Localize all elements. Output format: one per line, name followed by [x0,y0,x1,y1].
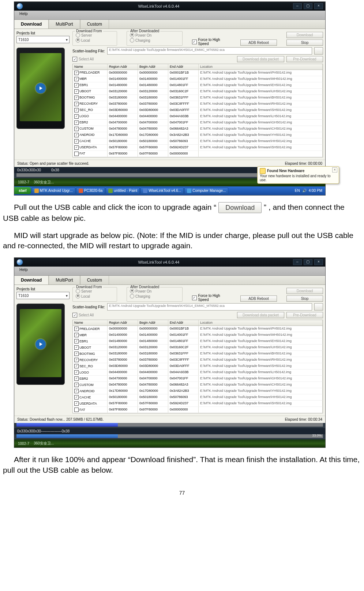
table-row[interactable]: FAT0x97F800000x97F800000x00000000 [73,151,323,157]
scatter-path-input[interactable]: E:\MTK Android Upgrade Tool\Upgrade firm… [107,47,312,55]
force-high-speed-check[interactable]: ✓Force to High Speed [192,294,231,302]
balloon-close-icon[interactable]: × [332,167,337,172]
adb-reboot-button[interactable]: ADB Reboot [240,40,277,46]
radio-local[interactable]: Local [76,294,90,298]
table-row[interactable]: ✓CUSTOM0x047800000x047800000x066482A3E:\… [73,126,323,132]
project-select[interactable]: T1610 ▾ [16,292,70,299]
volume-icon[interactable]: 🔊 [302,189,307,193]
table-row[interactable]: ✓PRELOADER0x000000000x000000000x0001BF1B… [73,326,323,332]
radio-poweron[interactable]: Power On [130,289,151,293]
row-check[interactable]: ✓ [74,133,79,137]
stop-button[interactable]: Stop [286,40,323,46]
table-row[interactable]: ✓LOGO0x044000000x044000000x044A933BE:\MT… [73,114,323,120]
pre-download-button[interactable]: Pre-Download [286,312,323,318]
adb-reboot-button[interactable]: ADB Reboot [240,296,277,302]
row-check[interactable]: ✓ [74,77,79,81]
row-check[interactable]: ✓ [74,345,79,350]
radio-charging[interactable]: Charging [130,294,150,298]
row-check[interactable]: ✓ [74,327,79,331]
table-row[interactable]: ✓MBR0x014000000x014000000x014001FFE:\MTK… [73,76,323,82]
table-row[interactable]: ✓RECOVERY0x037800000x037800000x03C8FFFFE… [73,357,323,363]
row-check[interactable]: ✓ [74,71,79,75]
window-controls[interactable]: – ▢ × [292,3,323,9]
taskbar[interactable]: start MTK Android Upgr... PC3020-6a unti… [14,186,325,195]
radio-charging[interactable]: Charging [130,38,150,42]
radio-server[interactable]: Server [76,33,92,37]
select-all-check[interactable]: ✓Select All [72,57,94,62]
table-row[interactable]: ✓LOGO0x044000000x044000000x044A933BE:\MT… [73,369,323,376]
force-high-speed-check[interactable]: ✓Force to High Speed [192,38,231,46]
row-check[interactable]: ✓ [74,401,79,406]
window-controls[interactable]: – ▢ × [292,259,323,265]
radio-server[interactable]: Server [76,289,92,293]
table-row[interactable]: ✓EBR20x047000000x047000000x047001FFE:\MT… [73,376,323,382]
menu-help[interactable]: Help [19,11,28,16]
minimize-icon[interactable]: – [293,259,302,265]
browse-button[interactable]: ... [314,47,323,55]
row-check[interactable]: ✓ [74,145,79,150]
menu-bar[interactable]: Help [14,267,325,276]
row-check[interactable]: ✓ [74,89,79,94]
title-bar[interactable]: WlseLinkTool v4.6.0.44 – ▢ × [14,258,325,267]
tab-multiport[interactable]: MultiPort [49,276,80,285]
row-check[interactable]: ✓ [74,376,79,381]
title-bar[interactable]: WlseLinkTool v4.6.0.44 – ▢ × [14,2,325,11]
close-icon[interactable]: × [314,259,323,265]
table-row[interactable]: ✓EBR10x014800000x014800000x014801FFE:\MT… [73,82,323,89]
maximize-icon[interactable]: ▢ [304,3,312,9]
table-row[interactable]: ✓CACHE0x501800000x501800000x50786093E:\M… [73,394,323,401]
pre-download-button[interactable]: Pre-Download [286,56,323,62]
task-compmgr[interactable]: Computer Manage... [184,187,228,194]
row-check[interactable]: ✓ [74,102,79,106]
row-check[interactable]: ✓ [74,339,79,343]
row-check[interactable]: ✓ [74,96,79,100]
scatter-path-input[interactable]: E:\MTK Android Upgrade Tool\Upgrade firm… [107,303,312,311]
table-row[interactable]: ✓BOOTIMG0x031800000x031800000x03631FFFE:… [73,351,323,357]
task-paint[interactable]: untitled - Paint [106,187,140,194]
task-pc[interactable]: PC3020-6a [76,187,105,194]
task-tool[interactable]: WlseLinkTool v4.6... [140,187,184,194]
row-check[interactable]: ✓ [74,114,79,119]
row-check[interactable]: ✓ [74,139,79,144]
download-data-packet-button[interactable]: Download data packet [237,312,284,318]
found-hardware-balloon[interactable]: × Found New Hardware Your new hardware i… [257,166,339,184]
row-check[interactable]: ✓ [74,389,79,393]
row-check[interactable]: ✓ [74,333,79,337]
start-button[interactable]: start [14,187,31,194]
radio-poweron[interactable]: Power On [130,33,151,37]
table-row[interactable]: ✓CUSTOM0x047800000x047800000x066482A3E:\… [73,382,323,388]
table-row[interactable]: ✓EBR20x047000000x047000000x047001FFE:\MT… [73,120,323,126]
project-select[interactable]: T1610 ▾ [16,36,70,43]
row-check[interactable]: ✓ [74,383,79,387]
system-tray[interactable]: EN 🔊 4:00 PM [293,189,324,193]
row-check[interactable]: ✓ [74,395,79,399]
table-row[interactable]: ✓UBOOT0x031200000x031200000x03160C2FE:\M… [73,89,323,95]
tab-custom[interactable]: Custom [80,20,109,29]
row-check[interactable]: ✓ [74,370,79,375]
row-check[interactable]: ✓ [74,364,79,368]
row-check[interactable]: ✓ [74,127,79,131]
table-row[interactable]: ✓CACHE0x501800000x501800000x50786093E:\M… [73,138,323,145]
table-row[interactable]: ✓UBOOT0x031200000x031200000x03160C2FE:\M… [73,345,323,351]
row-check[interactable]: ✓ [74,83,79,88]
tab-multiport[interactable]: MultiPort [49,20,80,29]
table-row[interactable]: ✓RECOVERY0x037800000x037800000x03C8FFFFE… [73,101,323,107]
stop-button[interactable]: Stop [286,296,323,302]
table-row[interactable]: ✓SEC_RO0x03D800000x03D800000x03DA0FFFE:\… [73,107,323,114]
close-icon[interactable]: × [314,3,323,9]
row-check[interactable] [74,152,79,156]
download-button[interactable]: Download [286,32,323,38]
row-check[interactable] [74,408,79,412]
table-row[interactable]: FAT0x97F800000x97F800000x00000000 [73,407,323,413]
menu-bar[interactable]: Help [14,11,325,20]
download-data-packet-button[interactable]: Download data packet [237,56,284,62]
table-row[interactable]: ✓USERDATA0x57F800000x57F800000x5924D237E… [73,145,323,151]
table-row[interactable]: ✓EBR10x014800000x014800000x014801FFE:\MT… [73,338,323,345]
tab-custom[interactable]: Custom [80,276,109,285]
tab-download[interactable]: Download [14,276,49,285]
table-row[interactable]: ✓ANDROID0x17D800000x17D800000x3A82A2B3E:… [73,132,323,138]
table-row[interactable]: ✓BOOTIMG0x031800000x031800000x03631FFFE:… [73,95,323,101]
row-check[interactable]: ✓ [74,120,79,125]
radio-local[interactable]: Local [76,38,90,42]
row-check[interactable]: ✓ [74,352,79,356]
